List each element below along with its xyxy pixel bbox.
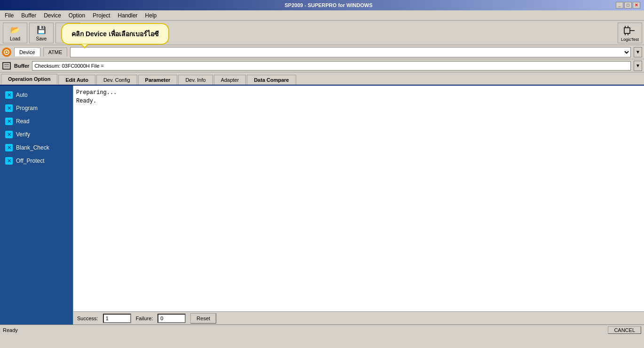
save-icon: 💾 [36, 24, 47, 35]
menu-device[interactable]: Device [40, 11, 65, 20]
menu-project[interactable]: Project [89, 11, 114, 20]
logic-test-icon [623, 24, 636, 37]
maximize-button[interactable]: □ [624, 2, 632, 8]
menu-file[interactable]: File [1, 11, 17, 20]
svg-rect-11 [4, 66, 9, 67]
failure-input[interactable] [157, 314, 186, 323]
svg-rect-10 [4, 64, 9, 65]
svg-rect-0 [624, 28, 630, 33]
tab-edit-auto[interactable]: Edit Auto [58, 75, 95, 85]
sidebar-item-auto[interactable]: ✕ Auto [0, 88, 73, 102]
sidebar: ✕ Auto ✕ Program ✕ Read ✕ Verify ✕ [0, 86, 73, 324]
output-line-2: Ready. [76, 97, 641, 105]
buffer-value: Checksum: 03FC0000H File = [32, 61, 631, 71]
tab-dev-info[interactable]: Dev. Info [178, 75, 212, 85]
buffer-icon [2, 61, 11, 71]
output-line-1: Preparing... [76, 88, 641, 97]
buffer-row: Buffer Checksum: 03FC0000H File = ▼ [0, 59, 644, 72]
svg-rect-9 [3, 63, 10, 69]
success-label: Success: [77, 316, 98, 321]
tabs-row: Operation Option Edit Auto Dev. Config P… [0, 72, 644, 86]
tab-data-compare[interactable]: Data Compare [247, 75, 296, 85]
atme-label: ATME [48, 49, 63, 55]
verify-icon: ✕ [5, 130, 13, 139]
tab-adapter[interactable]: Adapter [214, 75, 246, 85]
window-title: SP2009 - SUPERPRO for WINDOWS [41, 2, 616, 8]
device-icon [2, 47, 11, 57]
menu-handler[interactable]: Handler [114, 11, 141, 20]
tooltip-bubble: คลิก Device เพื่อเลือกเบอร์ไอซี [61, 23, 169, 45]
menu-help[interactable]: Help [141, 11, 161, 20]
load-button[interactable]: 📂 Load [3, 23, 27, 43]
load-icon: 📂 [9, 24, 21, 35]
buffer-label: Buffer [14, 63, 29, 69]
device-tab[interactable]: Device [14, 47, 40, 56]
logic-test-button[interactable]: LogicTest [618, 23, 642, 43]
sidebar-item-verify[interactable]: ✕ Verify [0, 128, 73, 141]
tab-operation-option[interactable]: Operation Option [1, 74, 57, 85]
sidebar-item-off-protect[interactable]: ✕ Off_Protect [0, 154, 73, 167]
menu-buffer[interactable]: Buffer [17, 11, 40, 20]
atme-tab[interactable]: ATME [43, 47, 68, 56]
minimize-button[interactable]: _ [616, 2, 623, 8]
title-bar: SP2009 - SUPERPRO for WINDOWS _ □ ✕ [0, 0, 644, 10]
device-label: Device [19, 49, 35, 55]
window-controls[interactable]: _ □ ✕ [616, 2, 640, 8]
sidebar-item-program[interactable]: ✕ Program [0, 102, 73, 115]
menu-option[interactable]: Option [65, 11, 89, 20]
output-area: Preparing... Ready. Success: Failure: Re… [73, 86, 644, 324]
status-text: Ready [3, 327, 18, 333]
status-bar: Success: Failure: Reset [73, 311, 644, 324]
failure-label: Failure: [136, 316, 153, 321]
output-text: Preparing... Ready. [73, 86, 644, 311]
close-button[interactable]: ✕ [633, 2, 640, 8]
buffer-dropdown-btn[interactable]: ▼ [634, 61, 642, 71]
main-content: ✕ Auto ✕ Program ✕ Read ✕ Verify ✕ [0, 86, 644, 324]
save-label: Save [36, 36, 47, 41]
blank-check-icon: ✕ [5, 143, 13, 152]
success-input[interactable] [103, 314, 131, 323]
tooltip-text: คลิก Device เพื่อเลือกเบอร์ไอซี [71, 30, 159, 38]
read-icon: ✕ [5, 117, 13, 126]
program-icon: ✕ [5, 104, 13, 112]
device-select[interactable] [70, 47, 631, 57]
toolbar: 📂 Load 💾 Save 📂 Load คลิก Device เพื่อเล… [0, 21, 644, 45]
reset-button[interactable]: Reset [190, 313, 216, 324]
cancel-button[interactable]: CANCEL [608, 326, 641, 334]
device-dropdown-btn[interactable]: ▼ [634, 47, 642, 57]
tab-dev-config[interactable]: Dev. Config [96, 75, 137, 85]
off-protect-icon: ✕ [5, 157, 13, 165]
sidebar-item-blank-check[interactable]: ✕ Blank_Check [0, 141, 73, 154]
svg-point-8 [6, 51, 8, 53]
save-button[interactable]: 💾 Save [29, 23, 54, 43]
logic-test-label: LogicTest [621, 37, 639, 42]
auto-icon: ✕ [5, 91, 13, 99]
device-row: Device ATME ▼ [0, 45, 644, 59]
menu-bar: File Buffer Device Option Project Handle… [0, 10, 644, 21]
tab-parameter[interactable]: Parameter [138, 75, 178, 85]
bottom-bar: Ready CANCEL [0, 324, 644, 335]
sidebar-item-read[interactable]: ✕ Read [0, 115, 73, 128]
load-label: Load [10, 36, 20, 41]
